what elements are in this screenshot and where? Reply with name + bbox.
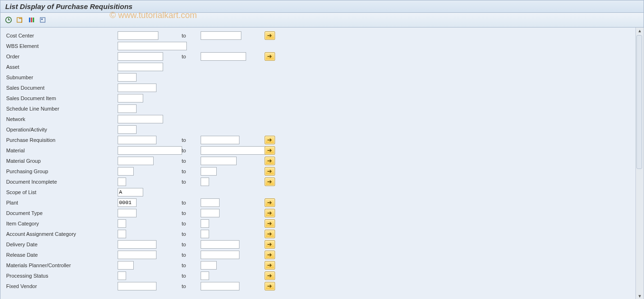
purch_group-to-input[interactable]	[201, 167, 217, 176]
proc_status-label: Processing Status	[5, 271, 118, 281]
to-label: to	[182, 208, 201, 218]
sched_line-from-input[interactable]	[118, 104, 137, 113]
field-row-order: Orderto	[5, 51, 635, 62]
field-row-cost_center: Cost Centerto	[5, 30, 635, 41]
scroll-thumb[interactable]	[636, 35, 642, 169]
svg-rect-2	[29, 18, 30, 22]
plant-to-input[interactable]	[201, 198, 220, 207]
doc_type-to-input[interactable]	[201, 209, 220, 217]
purch_group-multiple-selection-button[interactable]	[265, 167, 275, 176]
field-row-sales_doc: Sales Document	[5, 83, 635, 93]
sales_doc-from-input[interactable]	[118, 84, 156, 92]
fixed_vendor-from-input[interactable]	[118, 282, 156, 290]
window-title-bar: List Display of Purchase Requisitions	[0, 0, 644, 13]
purch_group-from-input[interactable]	[118, 167, 134, 176]
execute-icon[interactable]	[4, 16, 13, 24]
to-label: to	[182, 271, 201, 281]
release_date-multiple-selection-button[interactable]	[265, 251, 275, 259]
field-row-purch_req: Purchase Requisitionto	[5, 135, 635, 145]
sales_doc_item-from-input[interactable]	[118, 94, 143, 103]
purch_req-label: Purchase Requisition	[5, 135, 118, 145]
item_cat-to-input[interactable]	[201, 219, 209, 228]
material-to-input[interactable]	[201, 146, 265, 155]
proc_status-to-input[interactable]	[201, 271, 209, 280]
choose-icon[interactable]	[27, 16, 36, 24]
purch_req-from-input[interactable]	[118, 136, 156, 144]
doc_incomplete-from-input[interactable]	[118, 178, 126, 186]
doc_type-from-input[interactable]	[118, 209, 137, 217]
subnumber-from-input[interactable]	[118, 73, 137, 82]
purch_req-to-input[interactable]	[201, 136, 239, 144]
fixed_vendor-label: Fixed Vendor	[5, 281, 118, 291]
acct_assign-label: Account Assignment Category	[5, 229, 118, 239]
order-multiple-selection-button[interactable]	[265, 52, 275, 61]
delivery_date-from-input[interactable]	[118, 240, 156, 249]
mat_group-multiple-selection-button[interactable]	[265, 157, 275, 165]
mrp_controller-from-input[interactable]	[118, 261, 134, 270]
release_date-label: Release Date	[5, 250, 118, 260]
acct_assign-from-input[interactable]	[118, 230, 126, 238]
sales_doc_item-label: Sales Document Item	[5, 93, 118, 103]
window-title: List Display of Purchase Requisitions	[5, 2, 132, 10]
field-row-wbs_element: WBS Element	[5, 41, 635, 51]
wbs_element-label: WBS Element	[5, 41, 118, 51]
mat_group-to-input[interactable]	[201, 157, 237, 165]
to-label: to	[182, 239, 201, 250]
vertical-scrollbar[interactable]: ▲ ▼	[635, 28, 644, 299]
asset-from-input[interactable]	[118, 63, 163, 71]
field-row-purch_group: Purchasing Groupto	[5, 166, 635, 177]
wbs_element-from-input[interactable]	[118, 42, 187, 50]
order-from-input[interactable]	[118, 52, 163, 61]
scroll-down-icon[interactable]: ▼	[636, 293, 643, 299]
item_cat-multiple-selection-button[interactable]	[265, 219, 275, 228]
release_date-to-input[interactable]	[201, 251, 239, 259]
cost_center-multiple-selection-button[interactable]	[265, 31, 275, 40]
mrp_controller-multiple-selection-button[interactable]	[265, 261, 275, 270]
item_cat-label: Item Category	[5, 218, 118, 229]
material-from-input[interactable]	[118, 146, 182, 155]
acct_assign-to-input[interactable]	[201, 230, 209, 238]
field-row-doc_incomplete: Document Incompleteto	[5, 177, 635, 187]
network-from-input[interactable]	[118, 115, 163, 123]
scroll-up-icon[interactable]: ▲	[636, 28, 643, 34]
scope_list-from-input[interactable]	[118, 188, 143, 196]
to-label: to	[182, 156, 201, 166]
svg-rect-6	[41, 19, 43, 20]
services-icon[interactable]	[38, 16, 47, 24]
fixed_vendor-multiple-selection-button[interactable]	[265, 282, 275, 290]
cost_center-from-input[interactable]	[118, 31, 158, 40]
acct_assign-multiple-selection-button[interactable]	[265, 230, 275, 238]
svg-rect-3	[31, 18, 32, 22]
get-variant-icon[interactable]	[16, 16, 24, 24]
release_date-from-input[interactable]	[118, 251, 156, 259]
delivery_date-to-input[interactable]	[201, 240, 239, 249]
doc_incomplete-label: Document Incomplete	[5, 177, 118, 187]
order-to-input[interactable]	[201, 52, 246, 61]
field-row-doc_type: Document Typeto	[5, 208, 635, 218]
material-multiple-selection-button[interactable]	[265, 146, 275, 155]
selection-screen: Cost CentertoWBS ElementOrdertoAssetSubn…	[0, 28, 635, 299]
scroll-track[interactable]	[636, 34, 644, 293]
field-row-release_date: Release Dateto	[5, 250, 635, 260]
item_cat-from-input[interactable]	[118, 219, 126, 228]
proc_status-from-input[interactable]	[118, 271, 126, 280]
svg-rect-4	[33, 18, 34, 22]
doc_incomplete-to-input[interactable]	[201, 178, 209, 186]
to-label: to	[182, 177, 201, 187]
purch_req-multiple-selection-button[interactable]	[265, 136, 275, 144]
purch_group-label: Purchasing Group	[5, 166, 118, 177]
doc_type-multiple-selection-button[interactable]	[265, 209, 275, 217]
scope_list-label: Scope of List	[5, 187, 118, 197]
op_activity-from-input[interactable]	[118, 125, 137, 134]
plant-from-input[interactable]	[118, 198, 137, 207]
mat_group-from-input[interactable]	[118, 157, 154, 165]
field-row-material: Materialto	[5, 145, 635, 156]
mrp_controller-to-input[interactable]	[201, 261, 217, 270]
delivery_date-multiple-selection-button[interactable]	[265, 240, 275, 249]
to-label: to	[182, 229, 201, 239]
doc_incomplete-multiple-selection-button[interactable]	[265, 178, 275, 186]
plant-multiple-selection-button[interactable]	[265, 198, 275, 207]
proc_status-multiple-selection-button[interactable]	[265, 271, 275, 280]
fixed_vendor-to-input[interactable]	[201, 282, 239, 290]
cost_center-to-input[interactable]	[201, 31, 241, 40]
